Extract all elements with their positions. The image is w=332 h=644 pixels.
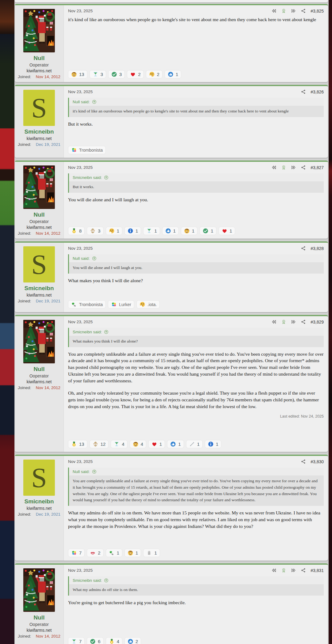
next-unread-icon[interactable]	[291, 319, 296, 324]
reaction-chip[interactable]: Trombonista	[68, 146, 106, 154]
reaction-chip[interactable]: 12	[90, 440, 109, 448]
reaction-chip[interactable]: 6	[87, 637, 103, 644]
reaction-chip[interactable]: 2	[87, 549, 103, 557]
post-user-panel: S Smicneibn kiwifarms.net Joined: Dec 19…	[15, 86, 64, 158]
reaction-chip[interactable]: .iota.	[136, 300, 160, 309]
reaction-chip[interactable]: Trombonista	[68, 300, 106, 309]
user-avatar[interactable]	[23, 9, 55, 52]
reaction-chip[interactable]: 1	[124, 227, 141, 235]
post-date[interactable]: Nov 23, 2025	[68, 89, 93, 94]
post-date[interactable]: Nov 23, 2025	[68, 246, 93, 251]
reaction-chip[interactable]: 1	[186, 440, 203, 448]
reaction-chip[interactable]: 3	[90, 70, 106, 78]
previous-unread-icon[interactable]	[271, 319, 277, 324]
username-link[interactable]: Null	[34, 614, 45, 621]
go-to-quoted-post-icon[interactable]	[92, 100, 97, 104]
go-to-quoted-post-icon[interactable]	[92, 469, 97, 474]
quote-header[interactable]: Smicneibn said:	[69, 173, 324, 181]
share-icon[interactable]	[301, 246, 306, 251]
share-icon[interactable]	[301, 459, 306, 464]
reaction-chip[interactable]: 1	[205, 440, 221, 448]
post-number-permalink[interactable]: #3,828	[311, 246, 324, 251]
quote-header[interactable]: Smicneibn said:	[69, 576, 324, 584]
quote-header[interactable]: Null said:	[69, 254, 324, 262]
award-ribbon-icon[interactable]	[281, 8, 286, 13]
reaction-chip[interactable]: 13	[68, 440, 87, 448]
quote-header[interactable]: Null said:	[69, 468, 324, 475]
post-number-permalink[interactable]: #3,830	[311, 459, 324, 464]
reaction-count: 4	[117, 639, 119, 644]
go-to-quoted-post-icon[interactable]	[92, 256, 97, 261]
award-ribbon-icon[interactable]	[281, 568, 286, 573]
award-ribbon-icon[interactable]	[281, 165, 286, 170]
user-avatar[interactable]	[23, 320, 55, 363]
reaction-chip[interactable]: 1	[143, 227, 160, 235]
reaction-chip[interactable]: 2	[124, 637, 141, 644]
go-to-quoted-post-icon[interactable]	[104, 578, 109, 583]
go-to-quoted-post-icon[interactable]	[104, 175, 109, 180]
reaction-chip[interactable]: 4	[106, 637, 122, 644]
reaction-chip[interactable]: 13	[68, 70, 87, 78]
reaction-chip[interactable]: 1	[143, 549, 160, 557]
next-unread-icon[interactable]	[291, 568, 296, 573]
reaction-chip[interactable]: 4	[130, 440, 146, 448]
previous-unread-icon[interactable]	[271, 8, 277, 13]
reaction-chip[interactable]: 1	[162, 227, 179, 235]
share-icon[interactable]	[301, 165, 306, 170]
username-link[interactable]: Null	[34, 55, 45, 62]
reaction-chip[interactable]: 1	[219, 227, 235, 235]
user-avatar[interactable]: S	[23, 460, 55, 496]
share-icon[interactable]	[301, 319, 306, 324]
reaction-chip[interactable]: 1	[181, 227, 197, 235]
next-unread-icon[interactable]	[291, 8, 296, 13]
post-number-permalink[interactable]: #3,825	[311, 9, 324, 13]
award-ribbon-icon[interactable]	[281, 319, 286, 324]
reaction-chip[interactable]: 3	[87, 227, 103, 235]
user-avatar[interactable]	[23, 568, 55, 612]
previous-unread-icon[interactable]	[271, 568, 277, 573]
reaction-chip[interactable]: 8	[68, 227, 85, 235]
go-to-quoted-post-icon[interactable]	[104, 330, 109, 334]
share-icon[interactable]	[301, 568, 306, 573]
post-date[interactable]: Nov 23, 2025	[68, 165, 93, 170]
reaction-chip[interactable]: 1	[106, 227, 122, 235]
reaction-chip[interactable]: 2	[127, 70, 143, 78]
reaction-chip[interactable]: 1	[165, 70, 181, 78]
post-number-permalink[interactable]: #3,826	[311, 89, 324, 94]
previous-unread-icon[interactable]	[271, 165, 277, 170]
post-date[interactable]: Nov 23, 2025	[68, 320, 93, 324]
share-icon[interactable]	[301, 8, 306, 13]
reaction-chip[interactable]: 1	[167, 440, 184, 448]
reaction-chip[interactable]: 7	[68, 637, 85, 644]
reaction-chip[interactable]: 1	[106, 549, 122, 557]
winner-martini-icon	[93, 71, 98, 77]
reaction-chip[interactable]: 1	[124, 549, 141, 557]
reaction-chip[interactable]: 2	[146, 70, 162, 78]
reaction-chip[interactable]: 1	[200, 227, 216, 235]
post-number-permalink[interactable]: #3,831	[311, 568, 324, 573]
post-date[interactable]: Nov 23, 2025	[68, 9, 93, 13]
reaction-chip[interactable]: 1	[148, 440, 165, 448]
share-icon[interactable]	[301, 89, 306, 94]
reaction-chip[interactable]: Lurker	[108, 300, 134, 309]
user-avatar[interactable]	[23, 165, 55, 209]
user-avatar[interactable]: S	[23, 90, 55, 126]
reaction-chip[interactable]: 4	[111, 440, 127, 448]
reaction-chip[interactable]: 7	[68, 549, 85, 557]
post-header: Nov 23, 2025 #3,830	[68, 459, 324, 464]
post-number-permalink[interactable]: #3,827	[311, 165, 324, 170]
quote-header[interactable]: Null said:	[69, 98, 324, 106]
post-date[interactable]: Nov 23, 2025	[68, 568, 93, 573]
reaction-chip[interactable]: 3	[108, 70, 125, 78]
user-avatar[interactable]: S	[23, 246, 55, 282]
username-link[interactable]: Null	[34, 211, 45, 218]
post-date[interactable]: Nov 23, 2025	[68, 459, 93, 464]
username-link[interactable]: Smicneibn	[24, 498, 54, 505]
post-number-permalink[interactable]: #3,829	[311, 320, 324, 324]
next-unread-icon[interactable]	[291, 165, 296, 170]
username-link[interactable]: Smicneibn	[24, 285, 54, 292]
quote-header[interactable]: Smicneibn said:	[69, 328, 324, 336]
username-link[interactable]: Null	[34, 366, 45, 373]
quote-author: Smicneibn said:	[73, 175, 102, 180]
username-link[interactable]: Smicneibn	[24, 128, 54, 135]
